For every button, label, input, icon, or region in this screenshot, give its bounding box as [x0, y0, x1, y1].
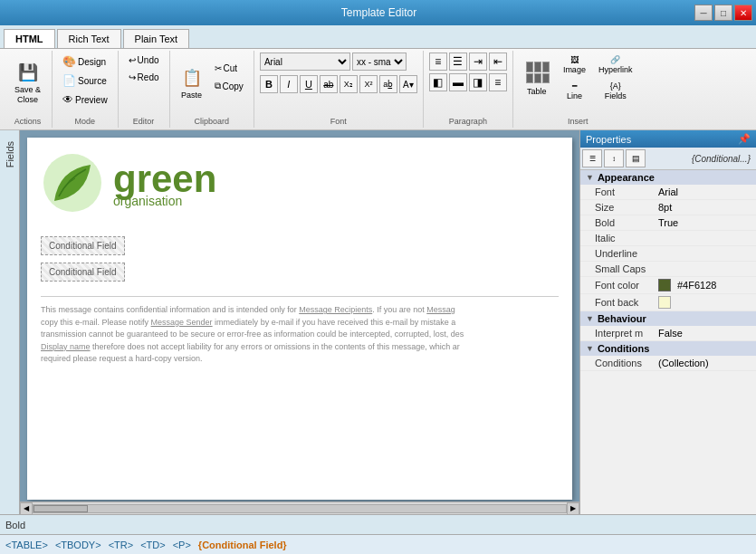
preview-mode-button[interactable]: 👁 Preview [58, 91, 112, 109]
paragraph-label: Paragraph [424, 117, 512, 126]
bold-button[interactable]: B [260, 75, 278, 93]
main-area: Fields green organisation [0, 130, 756, 514]
conditions-collapse-icon: ▼ [586, 344, 594, 353]
close-button[interactable]: ✕ [734, 5, 752, 21]
appearance-collapse-icon: ▼ [586, 173, 594, 182]
italic-property: Italic [580, 231, 756, 246]
font-back-property: Font back [580, 294, 756, 311]
h-scroll-thumb[interactable] [33, 505, 88, 512]
clipboard-label: Clipboard [170, 117, 254, 126]
appearance-section-header[interactable]: ▼ Appearance [580, 170, 756, 185]
canvas-content[interactable]: green organisation Conditional Field Con… [27, 138, 572, 500]
ribbon-group-paragraph: ≡ ☰ ⇥ ⇤ ◧ ▬ ◨ ≡ Paragraph [424, 51, 513, 128]
indent-button[interactable]: ⇥ [469, 53, 487, 71]
ribbon-group-insert: Table 🖼 Image ━ Line 🔗 Hyperlink [513, 51, 643, 128]
canvas-area: green organisation Conditional Field Con… [20, 130, 579, 514]
insert-label: Insert [513, 117, 643, 126]
font-back-swatch[interactable] [658, 296, 671, 309]
conditional-field-1[interactable]: Conditional Field [41, 236, 125, 255]
conditional-field-2[interactable]: Conditional Field [41, 263, 125, 282]
h-scroll-track [33, 504, 567, 513]
status-bar: Bold [0, 514, 756, 534]
design-mode-button[interactable]: 🎨 Design [58, 53, 110, 71]
strikethrough-button[interactable]: ab [320, 75, 338, 93]
properties-header: Properties 📌 [580, 130, 756, 148]
subscript-button[interactable]: X₂ [340, 75, 358, 93]
mode-label: Mode [53, 117, 118, 126]
props-tool-1[interactable]: ☰ [582, 149, 602, 167]
line-button[interactable]: ━ Line [559, 79, 590, 103]
italic-button[interactable]: I [280, 75, 298, 93]
tab-rich-text[interactable]: Rich Text [57, 29, 121, 48]
breadcrumb-tr[interactable]: <TR> [109, 540, 134, 550]
image-button[interactable]: 🖼 Image [559, 53, 590, 77]
editor-label: Editor [119, 117, 169, 126]
horizontal-scrollbar[interactable]: ◀ ▶ [20, 501, 579, 514]
ordered-list-button[interactable]: ☰ [449, 53, 467, 71]
underline-button[interactable]: U [300, 75, 318, 93]
small-caps-property: Small Caps [580, 262, 756, 277]
paste-button[interactable]: 📋 Paste [176, 63, 208, 103]
cut-button[interactable]: ✂ Cut [210, 61, 248, 76]
outdent-button[interactable]: ⇤ [489, 53, 507, 71]
font-color-swatch[interactable] [658, 279, 671, 291]
breadcrumb-td[interactable]: <TD> [140, 540, 166, 550]
breadcrumb: <TABLE> <TBODY> <TR> <TD> <P> {Condition… [0, 534, 756, 554]
align-right-button[interactable]: ◨ [469, 73, 487, 91]
disclaimer-text: This message contains confidential infor… [41, 296, 559, 366]
scroll-left-button[interactable]: ◀ [20, 502, 33, 515]
ribbon-group-mode: 🎨 Design 📄 Source 👁 Preview Mode [53, 51, 119, 128]
font-property: Font Arial [580, 185, 756, 200]
font-color-property: Font color #4F6128 [580, 277, 756, 294]
behaviour-section-header[interactable]: ▼ Behaviour [580, 311, 756, 326]
unordered-list-button[interactable]: ≡ [429, 53, 447, 71]
minimize-button[interactable]: ─ [694, 5, 713, 21]
title-bar: Template Editor ─ □ ✕ [0, 0, 756, 25]
source-mode-button[interactable]: 📄 Source [58, 72, 111, 90]
hyperlink-button[interactable]: 🔗 Hyperlink [594, 53, 637, 77]
tab-plain-text[interactable]: Plain Text [123, 29, 190, 48]
fields-button[interactable]: {A} Fields [594, 79, 637, 103]
undo-button[interactable]: ↩ Undo [124, 53, 164, 68]
scroll-right-button[interactable]: ▶ [567, 502, 579, 515]
fields-sidebar: Fields [0, 130, 20, 514]
copy-button[interactable]: ⧉ Copy [210, 78, 248, 94]
props-toolbar: ☰ ↕ ▤ {Conditional...} [580, 148, 756, 170]
canvas-scroll[interactable]: green organisation Conditional Field Con… [20, 130, 579, 501]
fields-label: Fields [5, 141, 15, 167]
breadcrumb-tbody[interactable]: <TBODY> [55, 540, 101, 550]
props-tool-3[interactable]: ▤ [626, 149, 646, 167]
props-body: ▼ Appearance Font Arial Size 8pt Bold Tr… [580, 170, 756, 514]
paste-icon: 📋 [181, 67, 203, 89]
font-name-select[interactable]: Arial [260, 53, 350, 71]
redo-button[interactable]: ↪ Redo [124, 70, 164, 85]
superscript-button[interactable]: X² [359, 75, 378, 93]
ribbon-group-font: Arial xx - small B I U ab X₂ X² ab̲ A▾ F… [254, 51, 424, 128]
font-color-button[interactable]: A▾ [399, 75, 417, 93]
company-logo [41, 151, 104, 215]
bold-property: Bold True [580, 215, 756, 231]
save-icon: 💾 [17, 62, 39, 83]
maximize-button[interactable]: □ [714, 5, 732, 21]
align-left-button[interactable]: ◧ [429, 73, 447, 91]
breadcrumb-p[interactable]: <P> [173, 540, 191, 550]
props-field-name: {Conditional...} [647, 154, 754, 164]
align-center-button[interactable]: ▬ [449, 73, 467, 91]
props-tool-2[interactable]: ↕ [604, 149, 624, 167]
conditions-section-header[interactable]: ▼ Conditions [580, 341, 756, 356]
justify-button[interactable]: ≡ [489, 73, 507, 91]
highlight-button[interactable]: ab̲ [379, 75, 397, 93]
breadcrumb-current: {Conditional Field} [198, 540, 287, 550]
font-label: Font [254, 117, 423, 126]
breadcrumb-table[interactable]: <TABLE> [5, 540, 48, 550]
underline-property: Underline [580, 246, 756, 262]
status-text: Bold [5, 520, 25, 530]
tab-html[interactable]: HTML [4, 29, 55, 48]
properties-panel: Properties 📌 ☰ ↕ ▤ {Conditional...} ▼ Ap… [579, 130, 756, 514]
app-title: Template Editor [63, 6, 694, 19]
interpret-property: Interpret m False [580, 326, 756, 341]
save-close-button[interactable]: 💾 Save &Close [9, 58, 46, 109]
pin-icon[interactable]: 📌 [738, 133, 751, 145]
font-size-select[interactable]: xx - small [352, 53, 407, 71]
table-button[interactable]: Table [519, 56, 555, 100]
